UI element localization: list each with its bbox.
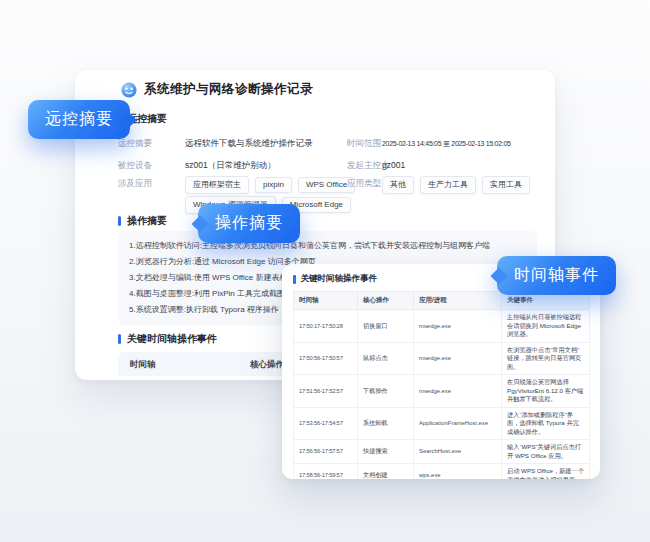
cell-time: 17:58:56-17:59:57 [294, 464, 358, 480]
type-tag: 生产力工具 [420, 176, 476, 194]
initiator-value: gz001 [382, 160, 405, 170]
timeline-table: 时间轴 核心操作 应用/进程 关键事件 17:50:17-17:50:28 切换… [293, 291, 590, 479]
type-tag: 实用工具 [482, 176, 530, 194]
cell-process: ApplicationFrameHost.exe [414, 407, 502, 440]
app-tag: pixpin [255, 177, 292, 193]
cell-action: 快捷搜索 [358, 440, 414, 464]
cell-process: SearchHost.exe [414, 440, 502, 464]
timeline-row: 17:50:56-17:50:57 鼠标点击 msedge.exe 在浏览器中点… [294, 342, 590, 375]
callout-timeline-events-label: 时间轴事件 [514, 266, 599, 283]
cell-time: 17:56:56-17:57:57 [294, 440, 358, 464]
section-operation-summary-label: 操作摘要 [127, 214, 167, 228]
involved-apps-label: 涉及应用 [118, 178, 152, 190]
section-timeline-label: 关键时间轴操作事件 [127, 332, 217, 346]
remote-summary-label: 远控摘要 [118, 138, 152, 150]
timeline-card-heading-label: 关键时间轴操作事件 [301, 273, 378, 285]
summary-item: 1.远程控制软件访问:主控端多次浏览贝锐向日葵和蒲公英官网，尝试下载并安装远程控… [129, 238, 526, 254]
cell-event: 在贝锐蒲公英官网选择 PgyVisitorEnt 6.12.0 客户端并触发下载… [502, 375, 590, 408]
section-timeline-heading: 关键时间轴操作事件 [118, 332, 217, 346]
cell-time: 17:51:56-17:52:57 [294, 375, 358, 408]
cell-process: msedge.exe [414, 310, 502, 343]
col-header-time: 时间轴 [294, 292, 358, 310]
cell-action: 切换窗口 [358, 310, 414, 343]
cell-event: 进入“添加或删除程序”界面，选择卸载 Typora 并完成确认操作。 [502, 407, 590, 440]
section-bar [118, 334, 121, 344]
app-type-label: 应用类型 [347, 178, 381, 190]
cell-time: 17:50:56-17:50:57 [294, 342, 358, 375]
remote-summary-value: 远程软件下载与系统维护操作记录 [185, 138, 313, 150]
timeline-row: 17:50:17-17:50:28 切换窗口 msedge.exe 主控端从向日… [294, 310, 590, 343]
callout-remote-summary-label: 远控摘要 [45, 110, 113, 127]
cell-event: 输入“WPS”关键词后点击打开 WPS Office 应用。 [502, 440, 590, 464]
timeline-row: 17:53:56-17:54:57 系统卸载 ApplicationFrameH… [294, 407, 590, 440]
callout-timeline-events: 时间轴事件 [497, 256, 616, 295]
column-header-action: 核心操作 [250, 359, 284, 371]
callout-operation-summary: 操作摘要 [198, 204, 300, 243]
col-header-action: 核心操作 [358, 292, 414, 310]
callout-remote-summary: 远控摘要 [28, 100, 130, 139]
timeline-row: 17:51:56-17:52:57 下载操作 msedge.exe 在贝锐蒲公英… [294, 375, 590, 408]
cell-process: msedge.exe [414, 375, 502, 408]
app-logo-icon [121, 82, 137, 98]
time-range-label: 时间范围 [347, 138, 381, 150]
involved-apps-tags-row1: 应用框架宿主pixpinWPS Office [185, 173, 361, 194]
cell-time: 17:50:17-17:50:28 [294, 310, 358, 343]
cell-action: 鼠标点击 [358, 342, 414, 375]
timeline-row: 17:58:56-17:59:57 文档创建 wps.exe 启动 WPS Of… [294, 464, 590, 480]
cell-time: 17:53:56-17:54:57 [294, 407, 358, 440]
cell-event: 启动 WPS Office，新建一个表格文件并进入编辑界面。 [502, 464, 590, 480]
controlled-device-label: 被控设备 [118, 160, 152, 172]
controlled-device-value: sz001（日常维护别动） [185, 160, 276, 172]
cell-process: wps.exe [414, 464, 502, 480]
app-tag: 应用框架宿主 [185, 176, 249, 194]
card-title-row: 系统维护与网络诊断操作记录 [121, 81, 313, 98]
cell-action: 文档创建 [358, 464, 414, 480]
cell-action: 系统卸载 [358, 407, 414, 440]
cell-event: 在浏览器中点击“常用文档”链接，跳转至向日葵官网页面。 [502, 342, 590, 375]
callout-operation-summary-label: 操作摘要 [215, 214, 283, 231]
type-tag: 其他 [382, 176, 414, 194]
timeline-events-card: 关键时间轴操作事件 时间轴 核心操作 应用/进程 关键事件 17:50:17-1… [282, 264, 600, 479]
cell-event: 主控端从向日葵被控端远程会话切换到 Microsoft Edge浏览器。 [502, 310, 590, 343]
section-bar [293, 275, 296, 284]
page-title: 系统维护与网络诊断操作记录 [144, 81, 313, 98]
timeline-row: 17:56:56-17:57:57 快捷搜索 SearchHost.exe 输入… [294, 440, 590, 464]
cell-process: msedge.exe [414, 342, 502, 375]
col-header-process: 应用/进程 [414, 292, 502, 310]
time-range-value: 2025-02-13 14:45:05 至 2025-02-13 15:02:0… [382, 139, 511, 149]
app-type-tags-row: 其他生产力工具实用工具 [382, 173, 536, 194]
cell-action: 下载操作 [358, 375, 414, 408]
section-bar [118, 216, 121, 226]
section-operation-summary-heading: 操作摘要 [118, 214, 167, 228]
column-header-time: 时间轴 [130, 359, 156, 371]
